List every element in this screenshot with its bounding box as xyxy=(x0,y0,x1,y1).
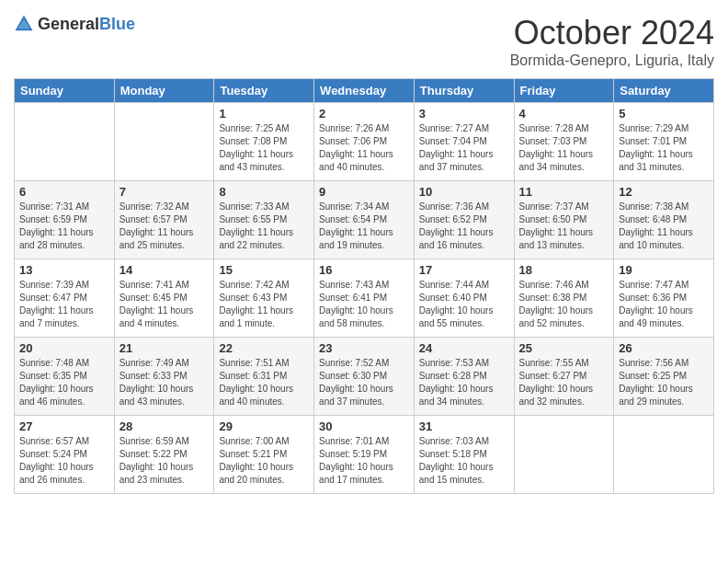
calendar-week-3: 13Sunrise: 7:39 AM Sunset: 6:47 PM Dayli… xyxy=(15,259,714,338)
cell-info: Sunrise: 6:59 AM Sunset: 5:22 PM Dayligh… xyxy=(119,435,210,487)
day-number: 1 xyxy=(219,107,309,121)
calendar-cell: 9Sunrise: 7:34 AM Sunset: 6:54 PM Daylig… xyxy=(314,181,415,259)
cell-info: Sunrise: 7:41 AM Sunset: 6:45 PM Dayligh… xyxy=(119,279,210,330)
calendar-cell xyxy=(15,103,115,181)
col-header-sunday: Sunday xyxy=(15,79,115,103)
calendar-cell: 28Sunrise: 6:59 AM Sunset: 5:22 PM Dayli… xyxy=(114,416,214,494)
day-number: 30 xyxy=(319,419,409,433)
cell-info: Sunrise: 7:01 AM Sunset: 5:19 PM Dayligh… xyxy=(319,435,409,487)
cell-info: Sunrise: 7:43 AM Sunset: 6:41 PM Dayligh… xyxy=(319,279,409,330)
day-number: 13 xyxy=(19,263,109,277)
cell-info: Sunrise: 7:51 AM Sunset: 6:31 PM Dayligh… xyxy=(219,357,309,408)
day-number: 23 xyxy=(319,341,409,355)
day-number: 9 xyxy=(319,185,409,199)
calendar-cell: 18Sunrise: 7:46 AM Sunset: 6:38 PM Dayli… xyxy=(514,259,614,338)
calendar-cell: 17Sunrise: 7:44 AM Sunset: 6:40 PM Dayli… xyxy=(414,259,514,338)
cell-info: Sunrise: 7:37 AM Sunset: 6:50 PM Dayligh… xyxy=(519,201,609,252)
calendar-cell: 2Sunrise: 7:26 AM Sunset: 7:06 PM Daylig… xyxy=(314,103,415,181)
day-number: 12 xyxy=(619,185,709,199)
cell-info: Sunrise: 7:52 AM Sunset: 6:30 PM Dayligh… xyxy=(319,357,409,408)
day-number: 15 xyxy=(219,263,309,277)
calendar-cell: 20Sunrise: 7:48 AM Sunset: 6:35 PM Dayli… xyxy=(15,338,115,416)
month-title: October 2024 xyxy=(510,14,714,52)
cell-info: Sunrise: 7:00 AM Sunset: 5:21 PM Dayligh… xyxy=(219,435,309,487)
calendar-cell: 25Sunrise: 7:55 AM Sunset: 6:27 PM Dayli… xyxy=(514,338,614,416)
calendar-week-4: 20Sunrise: 7:48 AM Sunset: 6:35 PM Dayli… xyxy=(15,338,714,416)
calendar-cell: 14Sunrise: 7:41 AM Sunset: 6:45 PM Dayli… xyxy=(114,259,214,338)
day-number: 31 xyxy=(419,419,509,433)
calendar-cell xyxy=(614,416,714,494)
calendar-cell: 11Sunrise: 7:37 AM Sunset: 6:50 PM Dayli… xyxy=(514,181,614,259)
cell-info: Sunrise: 7:48 AM Sunset: 6:35 PM Dayligh… xyxy=(19,357,109,408)
cell-info: Sunrise: 7:39 AM Sunset: 6:47 PM Dayligh… xyxy=(19,279,109,330)
cell-info: Sunrise: 7:36 AM Sunset: 6:52 PM Dayligh… xyxy=(419,201,509,252)
calendar-cell: 13Sunrise: 7:39 AM Sunset: 6:47 PM Dayli… xyxy=(15,259,115,338)
cell-info: Sunrise: 7:55 AM Sunset: 6:27 PM Dayligh… xyxy=(519,357,609,408)
calendar-week-1: 1Sunrise: 7:25 AM Sunset: 7:08 PM Daylig… xyxy=(15,103,714,181)
calendar-cell xyxy=(514,416,614,494)
calendar-table: SundayMondayTuesdayWednesdayThursdayFrid… xyxy=(14,78,714,494)
header-row: SundayMondayTuesdayWednesdayThursdayFrid… xyxy=(15,79,714,103)
day-number: 24 xyxy=(419,341,509,355)
calendar-cell: 6Sunrise: 7:31 AM Sunset: 6:59 PM Daylig… xyxy=(15,181,115,259)
day-number: 25 xyxy=(519,341,609,355)
day-number: 2 xyxy=(319,107,409,121)
cell-info: Sunrise: 7:32 AM Sunset: 6:57 PM Dayligh… xyxy=(119,201,210,252)
cell-info: Sunrise: 6:57 AM Sunset: 5:24 PM Dayligh… xyxy=(19,435,109,487)
day-number: 6 xyxy=(19,185,109,199)
col-header-tuesday: Tuesday xyxy=(214,79,314,103)
calendar-cell: 19Sunrise: 7:47 AM Sunset: 6:36 PM Dayli… xyxy=(614,259,714,338)
calendar-cell: 3Sunrise: 7:27 AM Sunset: 7:04 PM Daylig… xyxy=(414,103,514,181)
cell-info: Sunrise: 7:56 AM Sunset: 6:25 PM Dayligh… xyxy=(619,357,709,408)
title-block: October 2024 Bormida-Genepro, Liguria, I… xyxy=(510,14,714,69)
day-number: 7 xyxy=(119,185,210,199)
cell-info: Sunrise: 7:47 AM Sunset: 6:36 PM Dayligh… xyxy=(619,279,709,330)
cell-info: Sunrise: 7:53 AM Sunset: 6:28 PM Dayligh… xyxy=(419,357,509,408)
day-number: 17 xyxy=(419,263,509,277)
day-number: 29 xyxy=(219,419,309,433)
calendar-cell: 1Sunrise: 7:25 AM Sunset: 7:08 PM Daylig… xyxy=(214,103,314,181)
cell-info: Sunrise: 7:49 AM Sunset: 6:33 PM Dayligh… xyxy=(119,357,210,408)
day-number: 16 xyxy=(319,263,409,277)
day-number: 27 xyxy=(19,419,109,433)
page-header: GeneralBlue October 2024 Bormida-Genepro… xyxy=(14,14,714,69)
calendar-week-5: 27Sunrise: 6:57 AM Sunset: 5:24 PM Dayli… xyxy=(15,416,714,494)
col-header-friday: Friday xyxy=(514,79,614,103)
day-number: 5 xyxy=(619,107,709,121)
logo: GeneralBlue xyxy=(14,14,135,34)
cell-info: Sunrise: 7:25 AM Sunset: 7:08 PM Dayligh… xyxy=(219,122,309,174)
calendar-cell: 22Sunrise: 7:51 AM Sunset: 6:31 PM Dayli… xyxy=(214,338,314,416)
logo-general: General xyxy=(38,15,99,33)
calendar-cell: 29Sunrise: 7:00 AM Sunset: 5:21 PM Dayli… xyxy=(214,416,314,494)
cell-info: Sunrise: 7:34 AM Sunset: 6:54 PM Dayligh… xyxy=(319,201,409,252)
calendar-cell: 26Sunrise: 7:56 AM Sunset: 6:25 PM Dayli… xyxy=(614,338,714,416)
day-number: 21 xyxy=(119,341,210,355)
logo-blue: Blue xyxy=(99,15,135,33)
calendar-week-2: 6Sunrise: 7:31 AM Sunset: 6:59 PM Daylig… xyxy=(15,181,714,259)
cell-info: Sunrise: 7:27 AM Sunset: 7:04 PM Dayligh… xyxy=(419,122,509,174)
day-number: 18 xyxy=(519,263,609,277)
location-title: Bormida-Genepro, Liguria, Italy xyxy=(510,52,714,69)
calendar-cell: 15Sunrise: 7:42 AM Sunset: 6:43 PM Dayli… xyxy=(214,259,314,338)
calendar-cell: 30Sunrise: 7:01 AM Sunset: 5:19 PM Dayli… xyxy=(314,416,415,494)
day-number: 11 xyxy=(519,185,609,199)
day-number: 26 xyxy=(619,341,709,355)
day-number: 20 xyxy=(19,341,109,355)
calendar-cell: 23Sunrise: 7:52 AM Sunset: 6:30 PM Dayli… xyxy=(314,338,415,416)
calendar-cell: 8Sunrise: 7:33 AM Sunset: 6:55 PM Daylig… xyxy=(214,181,314,259)
calendar-cell: 16Sunrise: 7:43 AM Sunset: 6:41 PM Dayli… xyxy=(314,259,415,338)
cell-info: Sunrise: 7:31 AM Sunset: 6:59 PM Dayligh… xyxy=(19,201,109,252)
day-number: 22 xyxy=(219,341,309,355)
calendar-cell: 5Sunrise: 7:29 AM Sunset: 7:01 PM Daylig… xyxy=(614,103,714,181)
day-number: 4 xyxy=(519,107,609,121)
calendar-cell: 7Sunrise: 7:32 AM Sunset: 6:57 PM Daylig… xyxy=(114,181,214,259)
day-number: 3 xyxy=(419,107,509,121)
cell-info: Sunrise: 7:42 AM Sunset: 6:43 PM Dayligh… xyxy=(219,279,309,330)
cell-info: Sunrise: 7:26 AM Sunset: 7:06 PM Dayligh… xyxy=(319,122,409,174)
col-header-saturday: Saturday xyxy=(614,79,714,103)
cell-info: Sunrise: 7:46 AM Sunset: 6:38 PM Dayligh… xyxy=(519,279,609,330)
calendar-cell: 4Sunrise: 7:28 AM Sunset: 7:03 PM Daylig… xyxy=(514,103,614,181)
calendar-cell: 31Sunrise: 7:03 AM Sunset: 5:18 PM Dayli… xyxy=(414,416,514,494)
col-header-thursday: Thursday xyxy=(414,79,514,103)
day-number: 8 xyxy=(219,185,309,199)
